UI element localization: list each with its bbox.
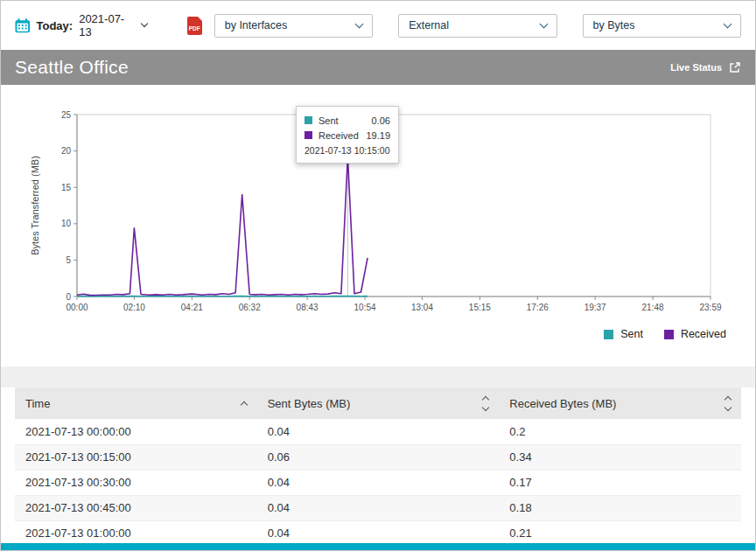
svg-text:23:59: 23:59	[699, 303, 721, 312]
legend-item-sent[interactable]: Sent	[604, 328, 643, 340]
tooltip-series-name: Received	[318, 130, 359, 141]
table-cell: 0.04	[257, 495, 500, 520]
table-cell: 2021-07-13 00:45:00	[15, 495, 257, 520]
svg-text:25: 25	[61, 110, 72, 120]
svg-text:04:21: 04:21	[181, 303, 203, 312]
column-label: Time	[25, 397, 50, 410]
svg-text:10:54: 10:54	[354, 303, 376, 312]
svg-text:5: 5	[66, 255, 71, 265]
traffic-table-body: 2021-07-13 00:00:000.040.22021-07-13 00:…	[15, 419, 741, 543]
table-row: 2021-07-13 00:00:000.040.2	[15, 419, 741, 444]
table-header-row: Time Sent Bytes (MB) Received Bytes (MB)	[15, 387, 741, 419]
legend-label: Sent	[620, 328, 643, 340]
table-cell: 0.2	[499, 419, 741, 444]
sort-asc-icon	[240, 401, 247, 408]
dropdown-value: External	[409, 19, 449, 31]
title-bar: Seattle Office Live Status	[1, 50, 755, 85]
bottom-accent-bar	[1, 543, 755, 550]
chart-wrapper: Bytes Transferred (MB) 051015202500:0002…	[28, 102, 728, 340]
live-status-link[interactable]: Live Status	[670, 61, 741, 73]
column-label: Sent Bytes (MB)	[268, 397, 351, 410]
sort-icon	[483, 397, 488, 410]
date-value: 2021-07-13	[79, 12, 136, 38]
metric-dropdown[interactable]: by Bytes	[583, 14, 741, 38]
table-cell: 2021-07-13 00:00:00	[15, 419, 257, 444]
table-row: 2021-07-13 01:00:000.040.21	[15, 520, 741, 543]
received-swatch	[304, 131, 312, 139]
y-axis-label: Bytes Transferred (MB)	[30, 156, 40, 255]
legend-item-received[interactable]: Received	[664, 328, 726, 340]
traffic-table-section: Time Sent Bytes (MB) Received Bytes (MB)	[1, 387, 755, 543]
table-cell: 0.04	[257, 419, 500, 444]
traffic-table: Time Sent Bytes (MB) Received Bytes (MB)	[15, 387, 741, 543]
column-label: Received Bytes (MB)	[509, 397, 616, 410]
svg-text:02:10: 02:10	[123, 303, 145, 312]
svg-text:0: 0	[66, 292, 71, 302]
table-cell: 0.04	[257, 470, 500, 495]
chevron-down-icon	[141, 20, 148, 27]
sent-swatch	[304, 116, 312, 124]
pdf-icon-label: PDF	[189, 25, 200, 31]
column-header-time[interactable]: Time	[15, 387, 257, 419]
date-selector[interactable]: Today: 2021-07-13	[15, 12, 147, 38]
dropdown-value: by Bytes	[593, 19, 635, 31]
table-cell: 0.34	[499, 444, 741, 470]
table-cell: 2021-07-13 00:15:00	[15, 444, 257, 470]
live-status-label: Live Status	[670, 62, 722, 73]
svg-text:13:04: 13:04	[411, 303, 433, 312]
svg-text:08:43: 08:43	[297, 303, 318, 312]
column-header-sent-bytes[interactable]: Sent Bytes (MB)	[257, 387, 500, 419]
section-divider	[1, 366, 755, 387]
dashboard-page: Today: 2021-07-13 PDF by Interfaces Exte…	[0, 0, 756, 551]
svg-text:00:00: 00:00	[66, 303, 88, 312]
svg-text:15: 15	[61, 183, 72, 192]
group-by-dropdown[interactable]: by Interfaces	[214, 14, 373, 38]
table-cell: 0.18	[499, 495, 741, 520]
chart-legend: Sent Received	[28, 328, 728, 340]
chart-tooltip: Sent 0.06 Received 19.19 2021-07-13 10:1…	[296, 106, 399, 164]
top-toolbar: Today: 2021-07-13 PDF by Interfaces Exte…	[1, 1, 755, 50]
tooltip-series-value: 19.19	[366, 130, 390, 141]
chevron-down-icon	[355, 19, 364, 28]
svg-text:10: 10	[61, 219, 72, 228]
sent-swatch	[604, 330, 613, 339]
date-label: Today:	[37, 19, 74, 32]
table-cell: 2021-07-13 00:30:00	[15, 470, 257, 495]
svg-text:17:26: 17:26	[527, 303, 549, 312]
legend-label: Received	[681, 328, 726, 340]
interface-filter-dropdown[interactable]: External	[398, 14, 556, 38]
table-cell: 0.17	[499, 470, 741, 495]
table-row: 2021-07-13 00:30:000.040.17	[15, 470, 741, 495]
received-swatch	[664, 330, 674, 339]
external-link-icon	[729, 61, 741, 73]
svg-text:06:32: 06:32	[239, 303, 261, 312]
svg-text:19:37: 19:37	[584, 303, 606, 312]
tooltip-series-name: Sent	[318, 115, 339, 126]
chevron-down-icon	[539, 19, 548, 28]
svg-text:21:48: 21:48	[642, 303, 664, 312]
table-cell: 0.06	[257, 444, 500, 470]
table-cell: 0.21	[499, 520, 741, 543]
chart-section: Bytes Transferred (MB) 051015202500:0002…	[1, 85, 755, 366]
table-cell: 2021-07-13 01:00:00	[15, 520, 257, 543]
svg-text:15:15: 15:15	[469, 303, 491, 312]
svg-text:20: 20	[61, 146, 72, 156]
tooltip-row: Received 19.19	[304, 128, 390, 143]
table-cell: 0.04	[257, 520, 500, 543]
page-title: Seattle Office	[15, 57, 129, 78]
tooltip-timestamp: 2021-07-13 10:15:00	[304, 145, 390, 156]
tooltip-row: Sent 0.06	[304, 113, 390, 128]
dropdown-value: by Interfaces	[225, 19, 288, 31]
export-pdf-button[interactable]: PDF	[187, 17, 202, 35]
sort-icon	[725, 397, 731, 410]
column-header-received-bytes[interactable]: Received Bytes (MB)	[499, 387, 741, 419]
table-row: 2021-07-13 00:45:000.040.18	[15, 495, 741, 520]
chevron-down-icon	[724, 19, 732, 28]
calendar-icon	[15, 18, 31, 33]
tooltip-series-value: 0.06	[372, 115, 390, 126]
table-row: 2021-07-13 00:15:000.060.34	[15, 444, 741, 470]
